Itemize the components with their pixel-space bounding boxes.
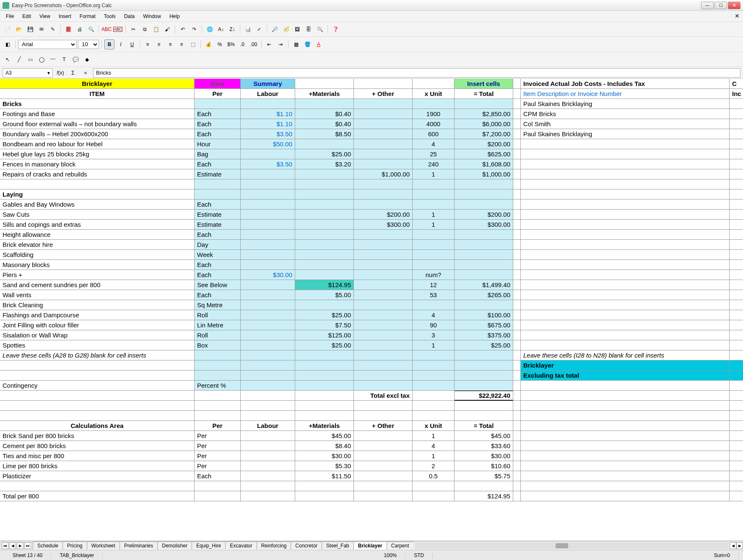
invoice-row[interactable]: Col Smith (521, 119, 730, 129)
unit-cell[interactable]: 1 (413, 220, 455, 230)
item-cell[interactable]: Masonary blocks (0, 260, 195, 270)
hyperlink-icon[interactable]: 🌐 (205, 24, 215, 34)
labour-cell[interactable] (241, 169, 295, 179)
item-cell[interactable]: Spotties (0, 340, 195, 350)
materials-cell[interactable] (295, 270, 354, 280)
per-cell[interactable]: Box (195, 340, 241, 350)
labour-cell[interactable] (241, 280, 295, 290)
tab-prev-icon[interactable]: ◀ (9, 542, 16, 549)
calc-per-cell[interactable]: Per (195, 441, 241, 451)
labour-cell[interactable] (241, 220, 295, 230)
calc-total-cell[interactable]: $30.00 (455, 451, 513, 461)
labour-cell[interactable] (241, 149, 295, 159)
item-cell[interactable]: Footings and Base (0, 109, 195, 119)
item-cell[interactable]: Sisalation or Wall Wrap (0, 330, 195, 340)
calc-item[interactable]: Cement per 800 bricks (0, 441, 195, 451)
materials-cell[interactable]: $25.00 (295, 340, 354, 350)
materials-cell[interactable] (295, 300, 354, 310)
per-cell[interactable]: Each (195, 230, 241, 240)
other-cell[interactable] (354, 260, 413, 270)
unit-cell[interactable] (413, 240, 455, 250)
item-cell[interactable]: Bondbeam and reo labour for Hebel (0, 139, 195, 149)
spreadsheet-grid[interactable]: BricklayerSaveSummaryInsert cellsInvoice… (0, 79, 743, 541)
other-cell[interactable] (354, 240, 413, 250)
print-icon[interactable]: 🖨 (75, 24, 85, 34)
save-icon[interactable]: 💾 (25, 24, 35, 34)
total-cell[interactable]: $1,608.00 (455, 159, 513, 169)
per-cell[interactable]: Each (195, 270, 241, 280)
sheet-tab-concretor[interactable]: Concretor (291, 542, 322, 550)
font-size-select[interactable]: 10 (78, 40, 99, 49)
open-icon[interactable]: 📂 (14, 24, 24, 34)
unit-cell[interactable] (413, 230, 455, 240)
labour-cell[interactable]: $3.50 (241, 159, 295, 169)
materials-cell[interactable] (295, 230, 354, 240)
number-format-icon[interactable]: $% (226, 39, 236, 49)
preview-icon[interactable]: 🔍 (86, 24, 96, 34)
currency-icon[interactable]: 💰 (203, 39, 213, 49)
calc-total-cell[interactable]: $33.60 (455, 441, 513, 451)
total-cell[interactable]: $1,000.00 (455, 169, 513, 179)
calc-mat-cell[interactable]: $8.40 (295, 441, 354, 451)
doc-close-button[interactable]: ✕ (735, 13, 740, 19)
menu-window[interactable]: Window (139, 12, 165, 21)
labour-cell[interactable] (241, 200, 295, 210)
materials-cell[interactable]: $8.50 (295, 129, 354, 139)
item-cell[interactable]: Flashings and Dampcourse (0, 310, 195, 320)
labour-cell[interactable] (241, 260, 295, 270)
calc-per-cell[interactable]: Per (195, 431, 241, 441)
chart-icon[interactable]: 📊 (243, 24, 253, 34)
labour-cell[interactable] (241, 330, 295, 340)
edit-icon[interactable]: ✎ (48, 24, 58, 34)
total-cell[interactable]: $7,200.00 (455, 129, 513, 139)
sheet-tab-pricing[interactable]: Pricing (62, 542, 87, 550)
item-cell[interactable]: Scaffolding (0, 250, 195, 260)
sheet-tab-bricklayer[interactable]: Bricklayer (353, 542, 387, 550)
other-cell[interactable] (354, 149, 413, 159)
item-cell[interactable]: Piers + (0, 270, 195, 280)
materials-cell[interactable] (295, 220, 354, 230)
total-cell[interactable] (455, 300, 513, 310)
other-cell[interactable] (354, 320, 413, 330)
sheet-tab-reinforcing[interactable]: Reinforcing (257, 542, 291, 550)
bgcolor-icon[interactable]: 🪣 (302, 39, 312, 49)
invoice-row[interactable] (521, 169, 730, 179)
find-icon[interactable]: 🔎 (270, 24, 280, 34)
materials-cell[interactable]: $0.40 (295, 109, 354, 119)
bold-button[interactable]: B (104, 39, 114, 49)
paste-icon[interactable]: 📋 (151, 24, 161, 34)
labour-cell[interactable] (241, 230, 295, 240)
item-cell[interactable]: Fences in masonary block (0, 159, 195, 169)
per-cell[interactable]: Estimate (195, 169, 241, 179)
other-cell[interactable] (354, 270, 413, 280)
other-cell[interactable] (354, 300, 413, 310)
labour-cell[interactable] (241, 340, 295, 350)
show-draw-icon[interactable]: ✓ (254, 24, 264, 34)
maximize-button[interactable]: ☐ (714, 2, 727, 9)
other-cell[interactable] (354, 119, 413, 129)
calc-mat-cell[interactable]: $5.30 (295, 461, 354, 471)
item-cell[interactable]: Ground floor external walls – not bounda… (0, 119, 195, 129)
per-cell[interactable]: Lin Metre (195, 320, 241, 330)
materials-cell[interactable] (295, 210, 354, 220)
align-left-icon[interactable]: ≡ (143, 39, 153, 49)
labour-cell[interactable] (241, 290, 295, 300)
unit-cell[interactable]: num? (413, 270, 455, 280)
materials-cell[interactable] (295, 250, 354, 260)
calc-total-cell[interactable]: $10.60 (455, 461, 513, 471)
materials-cell[interactable] (295, 169, 354, 179)
sheet-tab-demolisher[interactable]: Demolisher (157, 542, 192, 550)
help-icon[interactable]: ❓ (330, 24, 340, 34)
gallery-icon[interactable]: 🖼 (292, 24, 302, 34)
materials-cell[interactable]: $125.00 (295, 330, 354, 340)
format-paint-icon[interactable]: 🖌 (162, 24, 172, 34)
total-cell[interactable]: $265.00 (455, 290, 513, 300)
percent-cell[interactable]: Percent % (195, 381, 241, 391)
chevron-down-icon[interactable]: ▾ (47, 70, 50, 76)
unit-cell[interactable]: 4 (413, 139, 455, 149)
sheet-tab-schedule[interactable]: Schedule (33, 542, 63, 550)
invoice-row[interactable] (521, 159, 730, 169)
total-cell[interactable] (455, 230, 513, 240)
other-cell[interactable] (354, 109, 413, 119)
materials-cell[interactable]: $3.20 (295, 159, 354, 169)
